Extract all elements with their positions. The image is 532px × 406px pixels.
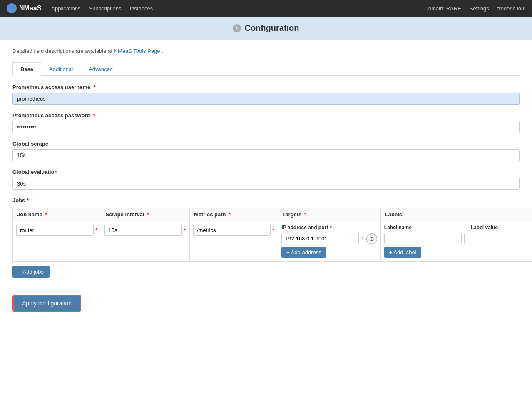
metrics-required: *: [272, 227, 274, 234]
label-headers: Label name Label value: [384, 225, 532, 230]
brand-name: NMaaS: [19, 5, 41, 12]
add-label-button[interactable]: + Add label: [384, 247, 421, 258]
tabs-container: Base Additional Advanced: [12, 62, 520, 76]
th-job-name: Job name *: [13, 208, 101, 221]
global-scrape-group: Global scrape: [12, 141, 520, 161]
scrape-interval-cell: *: [101, 221, 189, 262]
target-row: * ⊙: [281, 233, 377, 244]
labels-cell: Label name Label value ⊙ + Add label: [380, 221, 532, 262]
navbar-links: Applications Subscriptions Instances: [51, 5, 153, 12]
nmass-tools-link[interactable]: NMaaS Tools Page: [114, 48, 160, 54]
prometheus-password-input[interactable]: [12, 121, 520, 133]
prometheus-username-input[interactable]: [12, 93, 520, 105]
scrape-interval-input[interactable]: [104, 225, 182, 236]
jobs-table: Job name * Scrape interval * Metrics pat…: [12, 208, 532, 262]
description-text-before: Detailed field descriptions are availabl…: [12, 48, 114, 54]
add-address-button[interactable]: + Add address: [281, 247, 326, 258]
th-metrics-path: Metrics path *: [189, 208, 278, 221]
domain-label[interactable]: Domain: RARE: [425, 5, 461, 12]
user-label[interactable]: frederic.loul: [497, 5, 525, 12]
label-value-header: Label value: [471, 225, 532, 230]
jobs-required-star: *: [27, 197, 29, 203]
navbar: NMaaS Applications Subscriptions Instanc…: [0, 0, 532, 17]
add-jobs-button[interactable]: + Add jobs: [12, 266, 50, 278]
description: Detailed field descriptions are availabl…: [12, 48, 520, 54]
metrics-path-cell: *: [189, 221, 278, 262]
tab-additional[interactable]: Additional: [41, 62, 81, 76]
global-evaluation-input[interactable]: [12, 178, 520, 190]
global-scrape-label: Global scrape: [12, 141, 520, 147]
description-text-after: .: [162, 48, 163, 54]
label-value-input[interactable]: [464, 233, 532, 244]
table-row: * * *: [13, 221, 532, 262]
th-scrape-interval: Scrape interval *: [101, 208, 189, 221]
brand: NMaaS: [7, 3, 41, 13]
jobs-table-head: Job name * Scrape interval * Metrics pat…: [13, 208, 532, 221]
tab-advanced[interactable]: Advanced: [81, 62, 121, 76]
label-row: ⊙: [384, 233, 532, 244]
navbar-right: Domain: RARE Settings frederic.loul: [425, 5, 525, 12]
job-name-input[interactable]: [16, 225, 94, 236]
username-required-star: *: [94, 84, 96, 90]
remove-target-button[interactable]: ⊙: [366, 233, 377, 244]
scrape-required: *: [184, 227, 186, 234]
prometheus-username-label: Prometheus access username *: [12, 84, 520, 90]
job-name-required: *: [95, 227, 97, 234]
target-address-input[interactable]: [281, 233, 359, 244]
config-header: i Configuration: [0, 17, 532, 40]
jobs-label: Jobs *: [12, 197, 520, 203]
prometheus-password-label: Prometheus access password *: [12, 112, 520, 119]
nav-applications[interactable]: Applications: [51, 5, 80, 12]
password-required-star: *: [93, 112, 95, 119]
prometheus-password-group: Prometheus access password *: [12, 112, 520, 133]
settings-label[interactable]: Settings: [470, 5, 489, 12]
info-icon: i: [233, 24, 241, 32]
jobs-section: Jobs * Job name * Scrape interval * Metr…: [12, 197, 520, 278]
brand-globe-icon: [7, 3, 17, 13]
global-evaluation-group: Global evaluation: [12, 169, 520, 190]
nav-instances[interactable]: Instances: [130, 5, 153, 12]
label-name-input[interactable]: [384, 233, 462, 244]
apply-configuration-button[interactable]: Apply configuration: [12, 295, 81, 312]
config-title: Configuration: [244, 23, 299, 33]
jobs-table-body: * * *: [13, 221, 532, 262]
label-name-header: Label name: [384, 225, 468, 230]
global-evaluation-label: Global evaluation: [12, 169, 520, 175]
th-targets: Targets *: [278, 208, 380, 221]
job-name-cell: *: [13, 221, 101, 262]
th-labels: Labels: [380, 208, 532, 221]
targets-cell: IP address and port * * ⊙ + Add address: [278, 221, 380, 262]
tab-base[interactable]: Base: [12, 62, 41, 76]
main-content: Detailed field descriptions are availabl…: [0, 40, 532, 406]
global-scrape-input[interactable]: [12, 149, 520, 161]
prometheus-username-group: Prometheus access username *: [12, 84, 520, 105]
nav-subscriptions[interactable]: Subscriptions: [89, 5, 121, 12]
target-header: IP address and port *: [281, 225, 377, 230]
metrics-path-input[interactable]: [193, 225, 271, 236]
apply-section: Apply configuration: [12, 286, 520, 312]
